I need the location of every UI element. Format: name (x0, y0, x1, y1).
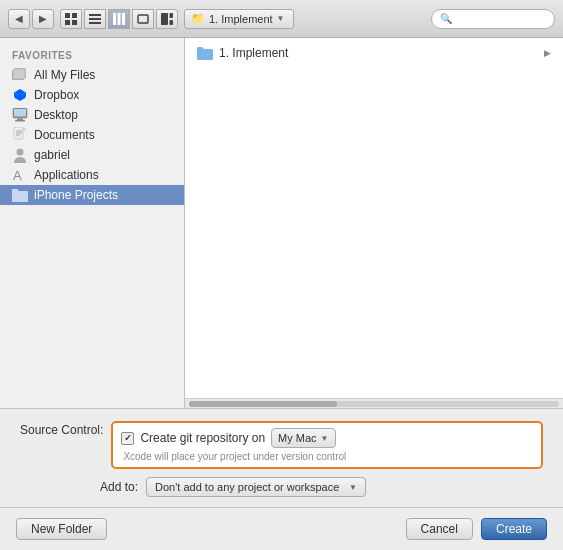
search-box[interactable]: 🔍 (431, 9, 555, 29)
view-column-button[interactable] (108, 9, 130, 29)
sidebar-item-label: Applications (34, 168, 99, 182)
add-to-label: Add to: (100, 480, 138, 494)
sidebar-item-documents[interactable]: Documents (0, 125, 184, 145)
source-control-inner: ✓ Create git repository on My Mac ▼ (121, 428, 533, 448)
bottom-panel: Source Control: ✓ Create git repository … (0, 408, 563, 507)
svg-rect-12 (170, 13, 174, 18)
sidebar-item-all-my-files[interactable]: All My Files (0, 65, 184, 85)
sidebar-item-label: Dropbox (34, 88, 79, 102)
documents-icon (12, 128, 28, 142)
sidebar-item-gabriel[interactable]: gabriel (0, 145, 184, 165)
main-content: FAVORITES All My Files (0, 38, 563, 408)
desktop-icon (12, 108, 28, 122)
person-icon (12, 148, 28, 162)
sidebar-item-applications[interactable]: A Applications (0, 165, 184, 185)
svg-rect-0 (65, 13, 70, 18)
file-item-arrow-icon: ▶ (544, 48, 551, 58)
add-to-dropdown-arrow-icon: ▼ (349, 483, 357, 492)
nav-buttons: ◀ ▶ (8, 9, 54, 29)
svg-rect-9 (122, 13, 125, 25)
sidebar: FAVORITES All My Files (0, 38, 185, 408)
add-to-row: Add to: Don't add to any project or work… (100, 477, 543, 497)
mac-option-label: My Mac (278, 432, 317, 444)
create-button[interactable]: Create (481, 518, 547, 540)
cancel-button[interactable]: Cancel (406, 518, 473, 540)
svg-rect-23 (17, 119, 23, 121)
file-list-content: 1. Implement ▶ (185, 38, 563, 398)
dropdown-arrow-icon: ▼ (277, 14, 285, 23)
git-checkbox[interactable]: ✓ (121, 432, 134, 445)
svg-rect-7 (113, 13, 116, 25)
view-mode-buttons (60, 9, 178, 29)
svg-rect-13 (170, 20, 174, 25)
svg-rect-22 (14, 109, 26, 117)
svg-rect-4 (89, 14, 101, 16)
view-icon-button[interactable] (60, 9, 82, 29)
svg-rect-6 (89, 22, 101, 24)
sidebar-item-label: Desktop (34, 108, 78, 122)
view-list-button[interactable] (84, 9, 106, 29)
sidebar-item-label: All My Files (34, 68, 95, 82)
svg-rect-3 (72, 20, 77, 25)
file-item-name: 1. Implement (219, 46, 538, 60)
source-control-label: Source Control: (20, 421, 103, 437)
add-to-dropdown[interactable]: Don't add to any project or workspace ▼ (146, 477, 366, 497)
new-folder-button[interactable]: New Folder (16, 518, 107, 540)
footer: New Folder Cancel Create (0, 507, 563, 550)
search-input[interactable] (456, 13, 546, 25)
scrollbar-thumb[interactable] (189, 401, 337, 407)
mac-dropdown[interactable]: My Mac ▼ (271, 428, 335, 448)
applications-icon: A (12, 168, 28, 182)
file-item[interactable]: 1. Implement ▶ (185, 42, 563, 64)
svg-rect-11 (161, 13, 168, 25)
folder-icon (12, 188, 28, 202)
svg-rect-2 (65, 20, 70, 25)
file-item-icon (197, 46, 213, 60)
sidebar-item-label: gabriel (34, 148, 70, 162)
mac-dropdown-arrow-icon: ▼ (321, 434, 329, 443)
source-control-row: Source Control: ✓ Create git repository … (20, 421, 543, 469)
svg-rect-24 (15, 120, 25, 122)
dropbox-icon (12, 88, 28, 102)
view-cw-button[interactable] (156, 9, 178, 29)
back-button[interactable]: ◀ (8, 9, 30, 29)
svg-rect-16 (13, 69, 25, 79)
search-icon: 🔍 (440, 13, 452, 24)
svg-point-30 (17, 149, 24, 156)
svg-rect-5 (89, 18, 101, 20)
dialog: ◀ ▶ (0, 0, 563, 550)
toolbar: ◀ ▶ (0, 0, 563, 38)
source-control-box: ✓ Create git repository on My Mac ▼ Xcod… (111, 421, 543, 469)
view-flow-button[interactable] (132, 9, 154, 29)
sidebar-item-label: Documents (34, 128, 95, 142)
svg-rect-8 (118, 13, 121, 25)
file-list: 1. Implement ▶ (185, 38, 563, 408)
sidebar-item-dropbox[interactable]: Dropbox (0, 85, 184, 105)
add-to-option-label: Don't add to any project or workspace (155, 481, 339, 493)
svg-text:A: A (13, 168, 22, 183)
path-dropdown[interactable]: 📁 1. Implement ▼ (184, 9, 294, 29)
sidebar-item-desktop[interactable]: Desktop (0, 105, 184, 125)
scrollbar-area (185, 398, 563, 408)
sidebar-section-label: FAVORITES (0, 46, 184, 65)
forward-button[interactable]: ▶ (32, 9, 54, 29)
svg-rect-1 (72, 13, 77, 18)
svg-rect-10 (138, 15, 148, 23)
scrollbar-track[interactable] (189, 401, 559, 407)
sidebar-item-label: iPhone Projects (34, 188, 118, 202)
source-control-hint: Xcode will place your project under vers… (121, 451, 533, 462)
sidebar-item-iphone-projects[interactable]: iPhone Projects (0, 185, 184, 205)
svg-marker-26 (23, 127, 26, 130)
checkmark-icon: ✓ (124, 433, 132, 443)
create-git-label: Create git repository on (140, 431, 265, 445)
files-icon (12, 68, 28, 82)
footer-right-buttons: Cancel Create (406, 518, 547, 540)
